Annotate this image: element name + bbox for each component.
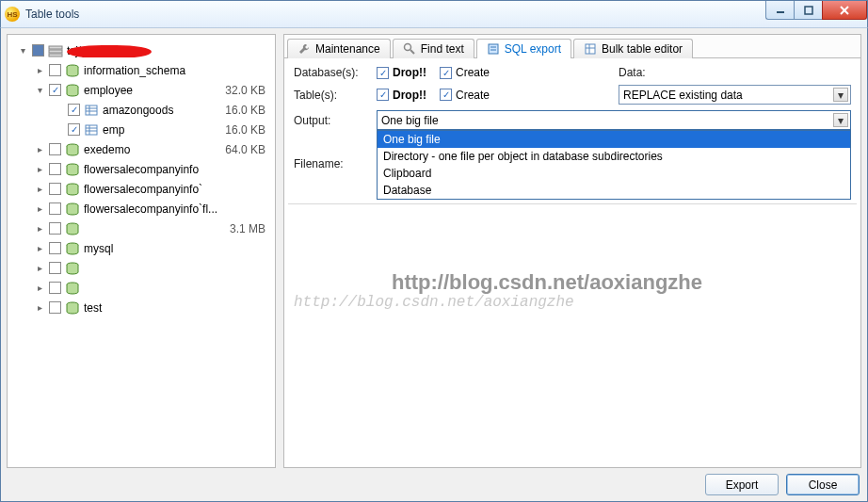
- server-icon: [48, 44, 63, 57]
- tree-expander-icon[interactable]: ▾: [17, 45, 28, 56]
- tree-row[interactable]: ▸flowersalecompanyinfo: [11, 159, 271, 179]
- databases-label: Database(s):: [294, 66, 367, 79]
- window-minimize-button[interactable]: [765, 1, 794, 20]
- tree-expander-icon[interactable]: ▸: [34, 302, 45, 313]
- db-icon: [65, 222, 80, 235]
- tab-label: Find text: [421, 42, 464, 56]
- tree-item-label: amazongoods: [103, 104, 225, 117]
- tbl-drop-checkbox[interactable]: ✓Drop!!: [377, 89, 426, 102]
- window-maximize-button[interactable]: [794, 1, 822, 20]
- output-option[interactable]: Database: [378, 182, 850, 199]
- db-icon: [65, 282, 80, 295]
- tab-maintenance[interactable]: Maintenance: [287, 39, 391, 58]
- db-icon: [65, 163, 80, 176]
- output-combo[interactable]: One big file ▾ One big fileDirectory - o…: [377, 110, 851, 130]
- tree-checkbox[interactable]: ✓: [68, 123, 80, 136]
- tab-find-text[interactable]: Find text: [393, 39, 474, 58]
- close-button[interactable]: Close: [786, 474, 860, 495]
- watermark-large: http://blog.csdn.net/aoxiangzhe: [392, 270, 702, 295]
- tree-expander-icon[interactable]: ▸: [34, 263, 45, 273]
- output-label: Output:: [294, 114, 367, 127]
- db-icon: [65, 84, 80, 97]
- tree-checkbox[interactable]: [49, 64, 61, 76]
- tree-checkbox[interactable]: [49, 222, 61, 235]
- maintenance-icon: [297, 42, 311, 56]
- tree-row[interactable]: ▸information_schema: [11, 60, 271, 80]
- tab-bulk-editor[interactable]: Bulk table editor: [573, 39, 693, 58]
- window-close-button[interactable]: [822, 1, 867, 20]
- tree-item-label: mysql: [84, 242, 265, 255]
- right-panel: MaintenanceFind textSQL exportBulk table…: [283, 34, 861, 468]
- tree-row[interactable]: ▸exedemo64.0 KB: [11, 139, 271, 159]
- tree-row[interactable]: ▸mysql: [11, 238, 271, 258]
- tree-expander-icon[interactable]: ▸: [34, 243, 45, 253]
- tree-item-label: emp: [103, 123, 225, 137]
- table-icon: [84, 123, 99, 137]
- tree-item-label: information_schema: [84, 64, 265, 77]
- find-text-icon: [403, 42, 416, 56]
- tree-expander-icon[interactable]: ▸: [34, 65, 45, 75]
- tree-expander-icon[interactable]: ▾: [34, 85, 45, 95]
- tree-item-label: flowersalecompanyinfo`: [84, 183, 265, 196]
- tree-checkbox[interactable]: [32, 44, 44, 57]
- tree-row[interactable]: ▾✓employee32.0 KB: [11, 80, 271, 100]
- dropdown-arrow-icon: ▾: [833, 113, 848, 127]
- tree-checkbox[interactable]: [49, 183, 61, 195]
- svg-rect-1: [805, 7, 812, 14]
- tree-expander-icon[interactable]: ▸: [34, 283, 45, 293]
- tree-expander-icon[interactable]: ▸: [34, 144, 45, 154]
- db-create-checkbox[interactable]: ✓Create: [440, 66, 490, 79]
- watermark-small: http://blog.csdn.net/aoxiangzhe: [294, 294, 574, 311]
- tree-item-label: flowersalecompanyinfo`fl...: [84, 202, 265, 216]
- window-titlebar: HS Table tools: [0, 0, 868, 28]
- data-mode-value: REPLACE existing data: [623, 89, 743, 102]
- svg-rect-31: [586, 44, 595, 54]
- tree-checkbox[interactable]: ✓: [68, 104, 80, 116]
- output-option[interactable]: One big file: [378, 131, 850, 148]
- output-dropdown-list[interactable]: One big fileDirectory - one file per obj…: [377, 130, 851, 200]
- tab-label: SQL export: [505, 42, 561, 56]
- output-option[interactable]: Directory - one file per object in datab…: [378, 148, 850, 165]
- tree-checkbox[interactable]: [49, 262, 61, 274]
- db-icon: [65, 242, 80, 255]
- db-icon: [65, 202, 80, 216]
- tree-checkbox[interactable]: [49, 143, 61, 155]
- db-drop-checkbox[interactable]: ✓Drop!!: [377, 66, 426, 79]
- tab-strip: MaintenanceFind textSQL exportBulk table…: [284, 35, 860, 58]
- export-button[interactable]: Export: [705, 474, 779, 495]
- tree-row[interactable]: ▾tsj*_: [11, 40, 271, 60]
- svg-line-27: [410, 50, 414, 54]
- tree-item-size: 16.0 KB: [225, 123, 265, 137]
- tables-label: Table(s):: [294, 89, 367, 102]
- tree-checkbox[interactable]: [49, 282, 61, 294]
- tree-checkbox[interactable]: [49, 301, 61, 314]
- tree-row[interactable]: ✓amazongoods16.0 KB: [11, 100, 271, 120]
- tree-row[interactable]: ▸flowersalecompanyinfo`fl...: [11, 199, 271, 219]
- tbl-create-checkbox[interactable]: ✓Create: [440, 89, 490, 102]
- output-option[interactable]: Clipboard: [378, 165, 850, 182]
- tree-row[interactable]: ▸3.1 MB: [11, 219, 271, 238]
- tab-sql-export[interactable]: SQL export: [476, 39, 571, 58]
- object-tree-panel[interactable]: ▾tsj*_▸information_schema▾✓employee32.0 …: [7, 34, 276, 468]
- tree-expander-icon[interactable]: ▸: [34, 184, 45, 194]
- tree-checkbox[interactable]: [49, 242, 61, 254]
- dialog-footer: Export Close: [7, 468, 861, 495]
- tree-item-size: 16.0 KB: [225, 104, 265, 117]
- tree-row[interactable]: ▸: [11, 258, 271, 278]
- filename-label: Filename:: [294, 157, 367, 170]
- tree-expander-icon[interactable]: ▸: [34, 203, 45, 214]
- tree-checkbox[interactable]: ✓: [49, 84, 61, 96]
- db-icon: [65, 301, 80, 315]
- tree-expander-icon[interactable]: ▸: [34, 164, 45, 174]
- svg-point-26: [404, 44, 410, 51]
- tree-row[interactable]: ▸test: [11, 298, 271, 317]
- tree-row[interactable]: ▸: [11, 278, 271, 298]
- tree-checkbox[interactable]: [49, 163, 61, 175]
- tree-row[interactable]: ✓emp16.0 KB: [11, 120, 271, 139]
- tree-checkbox[interactable]: [49, 202, 61, 215]
- data-mode-combo[interactable]: REPLACE existing data ▾: [619, 85, 851, 105]
- tree-row[interactable]: ▸flowersalecompanyinfo`: [11, 179, 271, 199]
- output-preview-area: http://blog.csdn.net/aoxiangzhe http://b…: [288, 203, 857, 463]
- bulk-editor-icon: [584, 42, 597, 56]
- tree-expander-icon[interactable]: ▸: [34, 223, 45, 234]
